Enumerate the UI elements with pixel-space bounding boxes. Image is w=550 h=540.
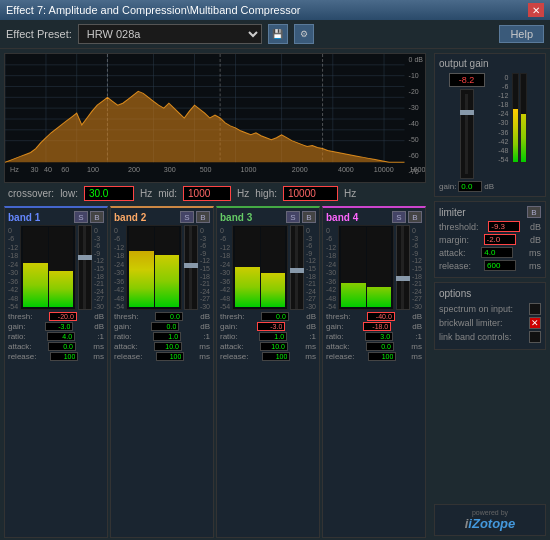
izotope-brand: iiZotope xyxy=(439,516,541,531)
band-2-solo-btn[interactable]: S xyxy=(180,211,194,223)
band-3-attack[interactable] xyxy=(260,342,288,351)
band-3-thresh[interactable] xyxy=(261,312,289,321)
spectrum-checkbox[interactable] xyxy=(529,303,541,315)
band-2-thresh[interactable] xyxy=(155,312,183,321)
crossover-low-unit: Hz xyxy=(140,188,152,199)
limiter-thresh-unit: dB xyxy=(530,222,541,232)
limiter-attack-label: attack: xyxy=(439,248,466,258)
band-1-attack[interactable] xyxy=(48,342,76,351)
help-button[interactable]: Help xyxy=(499,25,544,43)
output-gain-input[interactable] xyxy=(458,181,482,192)
band-1-title: band 1 xyxy=(8,212,40,223)
limiter-bypass-btn[interactable]: B xyxy=(527,206,541,218)
limiter-section: limiter B threshold: dB margin: dB attac… xyxy=(434,201,546,278)
limiter-release-label: release: xyxy=(439,261,471,271)
band-3-release[interactable] xyxy=(262,352,290,361)
crossover-high-unit: Hz xyxy=(344,188,356,199)
main-area: Effect Preset: HRW 028a 💾 ⚙ Help xyxy=(0,20,550,540)
band-2-title: band 2 xyxy=(114,212,146,223)
band-1-ratio[interactable] xyxy=(47,332,75,341)
band-3-solo-btn[interactable]: S xyxy=(286,211,300,223)
limiter-thresh-input[interactable] xyxy=(488,221,520,232)
limiter-margin-input[interactable] xyxy=(484,234,516,245)
window-title: Effect 7: Amplitude and Compression\Mult… xyxy=(6,4,301,16)
band-2-panel: band 2 S B 0-6-12-18-24-30-36-42-48-54 xyxy=(110,206,214,538)
band-2-attack[interactable] xyxy=(154,342,182,351)
band-4-release[interactable] xyxy=(368,352,396,361)
limiter-margin-unit: dB xyxy=(530,235,541,245)
band-2-ratio[interactable] xyxy=(153,332,181,341)
band-3-panel: band 3 S B 0-6-12-18-24-30-36-42-48-54 xyxy=(216,206,320,538)
options-title: options xyxy=(439,288,471,299)
limiter-attack-input[interactable] xyxy=(481,247,513,258)
band-2-bypass-btn[interactable]: B xyxy=(196,211,210,223)
crossover-mid-label: mid: xyxy=(158,188,177,199)
content-area: Hz 30 40 60 100 200 300 500 1000 2000 40… xyxy=(0,49,550,540)
band-4-attack[interactable] xyxy=(366,342,394,351)
link-band-checkbox[interactable] xyxy=(529,331,541,343)
preset-select[interactable]: HRW 028a xyxy=(78,24,262,44)
svg-text:40: 40 xyxy=(44,166,52,173)
svg-text:10000: 10000 xyxy=(374,166,394,173)
band-2-gain[interactable] xyxy=(151,322,179,331)
band-1-thresh[interactable] xyxy=(49,312,77,321)
limiter-release-unit: ms xyxy=(529,261,541,271)
band-1-bypass-btn[interactable]: B xyxy=(90,211,104,223)
svg-text:100: 100 xyxy=(87,166,99,173)
spectrum-svg: Hz 30 40 60 100 200 300 500 1000 2000 40… xyxy=(5,54,425,182)
crossover-low-label: low: xyxy=(60,188,78,199)
output-gain-unit: dB xyxy=(484,182,494,191)
band-3-gain[interactable] xyxy=(257,322,285,331)
crossover-low-input[interactable] xyxy=(84,186,134,201)
band-4-gain[interactable] xyxy=(363,322,391,331)
preset-label: Effect Preset: xyxy=(6,28,72,40)
limiter-release-input[interactable] xyxy=(484,260,516,271)
brickwall-checkbox[interactable]: ✕ xyxy=(529,317,541,329)
link-band-label: link band controls: xyxy=(439,332,529,342)
band-1-gain[interactable] xyxy=(45,322,73,331)
limiter-attack-unit: ms xyxy=(529,248,541,258)
izotope-logo-area: powered by iiZotope xyxy=(434,504,546,536)
limiter-thresh-label: threshold: xyxy=(439,222,479,232)
band-4-panel: band 4 S B 0-6-12-18-24-30-36-42-48-54 xyxy=(322,206,426,538)
band-4-ratio[interactable] xyxy=(365,332,393,341)
crossover-high-input[interactable] xyxy=(283,186,338,201)
band-3-bypass-btn[interactable]: B xyxy=(302,211,316,223)
preset-save-button[interactable]: 💾 xyxy=(268,24,288,44)
band-1-release[interactable] xyxy=(50,352,78,361)
band-3-ratio[interactable] xyxy=(259,332,287,341)
svg-text:200: 200 xyxy=(128,166,140,173)
left-panel: Hz 30 40 60 100 200 300 500 1000 2000 40… xyxy=(0,49,430,540)
output-gain-section: output gain -8.2 gain: dB xyxy=(434,53,546,197)
band-3-title: band 3 xyxy=(220,212,252,223)
band-1-panel: band 1 S B 0-6-12-18-24-30-36-42-48-54 xyxy=(4,206,108,538)
preset-bar: Effect Preset: HRW 028a 💾 ⚙ Help xyxy=(0,20,550,49)
crossover-mid-unit: Hz xyxy=(237,188,249,199)
band-2-release[interactable] xyxy=(156,352,184,361)
bands-area: band 1 S B 0-6-12-18-24-30-36-42-48-54 xyxy=(0,204,430,540)
band-4-bypass-btn[interactable]: B xyxy=(408,211,422,223)
svg-text:60: 60 xyxy=(61,166,69,173)
right-panel: output gain -8.2 gain: dB xyxy=(430,49,550,540)
spectrum-on-input-label: spectrum on input: xyxy=(439,304,529,314)
crossover-bar: crossover: low: Hz mid: Hz high: Hz xyxy=(4,183,426,204)
output-gain-label: gain: xyxy=(439,182,456,191)
output-gain-value: -8.2 xyxy=(449,73,485,87)
crossover-label: crossover: xyxy=(8,188,54,199)
band-4-solo-btn[interactable]: S xyxy=(392,211,406,223)
svg-text:2000: 2000 xyxy=(292,166,308,173)
svg-text:Hz: Hz xyxy=(10,166,19,173)
limiter-margin-label: margin: xyxy=(439,235,469,245)
output-gain-title: output gain xyxy=(439,58,541,69)
band-4-title: band 4 xyxy=(326,212,358,223)
options-section: options spectrum on input: brickwall lim… xyxy=(434,282,546,350)
powered-by-label: powered by xyxy=(439,509,541,516)
crossover-mid-input[interactable] xyxy=(183,186,231,201)
crossover-high-label: high: xyxy=(255,188,277,199)
spectrum-area: Hz 30 40 60 100 200 300 500 1000 2000 40… xyxy=(4,53,426,183)
preset-options-button[interactable]: ⚙ xyxy=(294,24,314,44)
band-1-solo-btn[interactable]: S xyxy=(74,211,88,223)
title-bar: Effect 7: Amplitude and Compression\Mult… xyxy=(0,0,550,20)
band-4-thresh[interactable] xyxy=(367,312,395,321)
close-button[interactable]: ✕ xyxy=(528,3,544,17)
